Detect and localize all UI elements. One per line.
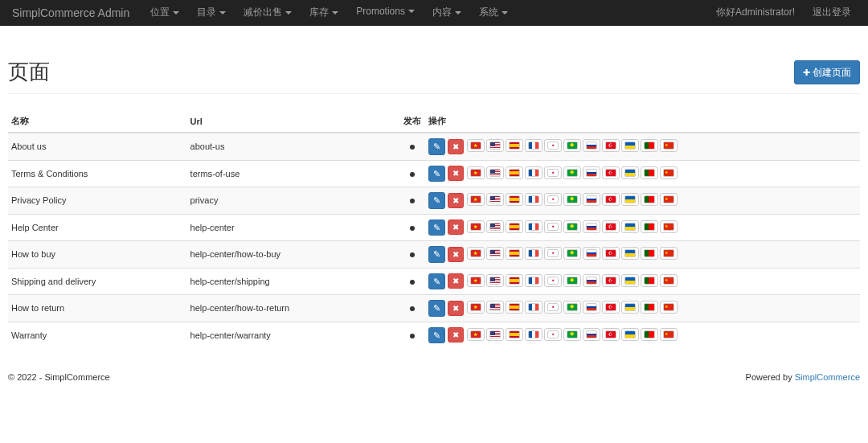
locale-flag-ru[interactable] (583, 328, 600, 341)
locale-flag-br[interactable] (563, 301, 581, 314)
locale-flag-br[interactable] (563, 193, 581, 206)
nav-item-3[interactable]: 库存 (301, 0, 347, 25)
locale-flag-us[interactable] (486, 193, 504, 206)
edit-button[interactable] (428, 273, 445, 290)
nav-item-5[interactable]: 内容 (424, 0, 470, 25)
locale-flag-fr[interactable] (525, 139, 542, 152)
edit-button[interactable] (428, 219, 445, 236)
locale-flag-br[interactable] (563, 220, 581, 233)
locale-flag-tr[interactable] (602, 193, 620, 206)
locale-flag-ru[interactable] (583, 247, 600, 260)
locale-flag-tr[interactable] (602, 301, 620, 314)
locale-flag-ru[interactable] (583, 139, 600, 152)
locale-flag-cn[interactable] (660, 301, 678, 314)
locale-flag-cn[interactable] (660, 274, 678, 287)
nav-logout[interactable]: 退出登录 (804, 0, 860, 25)
edit-button[interactable] (428, 300, 445, 317)
delete-button[interactable] (448, 327, 464, 343)
locale-flag-ru[interactable] (583, 301, 600, 314)
locale-flag-fr[interactable] (525, 247, 542, 260)
locale-flag-kr[interactable] (544, 220, 562, 233)
locale-flag-ua[interactable] (621, 301, 639, 314)
delete-button[interactable] (448, 247, 464, 262)
delete-button[interactable] (448, 139, 464, 154)
locale-flag-tr[interactable] (602, 220, 620, 233)
locale-flag-ua[interactable] (621, 328, 639, 341)
locale-flag-kr[interactable] (544, 301, 562, 314)
locale-flag-pt[interactable] (641, 193, 658, 206)
locale-flag-pt[interactable] (641, 139, 658, 152)
edit-button[interactable] (428, 166, 445, 183)
locale-flag-es[interactable] (506, 139, 523, 152)
locale-flag-vn[interactable] (467, 328, 485, 341)
locale-flag-br[interactable] (563, 166, 581, 179)
locale-flag-pt[interactable] (641, 274, 658, 287)
locale-flag-vn[interactable] (467, 301, 485, 314)
locale-flag-vn[interactable] (467, 247, 485, 260)
locale-flag-cn[interactable] (660, 193, 678, 206)
locale-flag-es[interactable] (506, 247, 523, 260)
locale-flag-cn[interactable] (660, 328, 678, 341)
edit-button[interactable] (428, 192, 445, 209)
locale-flag-vn[interactable] (467, 139, 485, 152)
locale-flag-pt[interactable] (641, 247, 658, 260)
locale-flag-ua[interactable] (621, 247, 639, 260)
locale-flag-fr[interactable] (525, 274, 542, 287)
locale-flag-fr[interactable] (525, 328, 542, 341)
nav-greeting[interactable]: 你好Administrator! (707, 0, 804, 25)
edit-button[interactable] (428, 246, 445, 263)
edit-button[interactable] (428, 327, 445, 344)
locale-flag-pt[interactable] (641, 301, 658, 314)
locale-flag-br[interactable] (563, 139, 581, 152)
delete-button[interactable] (448, 166, 464, 181)
locale-flag-pt[interactable] (641, 328, 658, 341)
locale-flag-es[interactable] (506, 166, 523, 179)
locale-flag-ru[interactable] (583, 193, 600, 206)
locale-flag-tr[interactable] (602, 328, 620, 341)
locale-flag-kr[interactable] (544, 193, 562, 206)
locale-flag-us[interactable] (486, 301, 504, 314)
nav-item-4[interactable]: Promotions (347, 0, 424, 23)
locale-flag-us[interactable] (486, 220, 504, 233)
locale-flag-br[interactable] (563, 274, 581, 287)
locale-flag-kr[interactable] (544, 166, 562, 179)
locale-flag-kr[interactable] (544, 247, 562, 260)
locale-flag-ru[interactable] (583, 166, 600, 179)
delete-button[interactable] (448, 193, 464, 208)
locale-flag-tr[interactable] (602, 139, 620, 152)
locale-flag-ua[interactable] (621, 220, 639, 233)
locale-flag-us[interactable] (486, 328, 504, 341)
locale-flag-es[interactable] (506, 274, 523, 287)
nav-item-1[interactable]: 目录 (188, 0, 235, 25)
locale-flag-kr[interactable] (544, 139, 562, 152)
nav-item-6[interactable]: 系统 (470, 0, 517, 25)
locale-flag-ru[interactable] (583, 274, 600, 287)
locale-flag-es[interactable] (506, 220, 523, 233)
nav-item-0[interactable]: 位置 (141, 0, 188, 25)
locale-flag-fr[interactable] (525, 193, 542, 206)
locale-flag-vn[interactable] (467, 274, 485, 287)
locale-flag-pt[interactable] (641, 220, 658, 233)
locale-flag-ua[interactable] (621, 274, 639, 287)
locale-flag-cn[interactable] (660, 220, 678, 233)
locale-flag-kr[interactable] (544, 328, 562, 341)
locale-flag-vn[interactable] (467, 166, 485, 179)
locale-flag-cn[interactable] (660, 247, 678, 260)
locale-flag-cn[interactable] (660, 139, 678, 152)
locale-flag-us[interactable] (486, 166, 504, 179)
locale-flag-ua[interactable] (621, 139, 639, 152)
locale-flag-vn[interactable] (467, 220, 485, 233)
locale-flag-pt[interactable] (641, 166, 658, 179)
locale-flag-ua[interactable] (621, 166, 639, 179)
locale-flag-br[interactable] (563, 328, 581, 341)
delete-button[interactable] (448, 301, 464, 316)
locale-flag-ua[interactable] (621, 193, 639, 206)
locale-flag-kr[interactable] (544, 274, 562, 287)
delete-button[interactable] (448, 273, 464, 289)
locale-flag-vn[interactable] (467, 193, 485, 206)
locale-flag-tr[interactable] (602, 247, 620, 260)
locale-flag-ru[interactable] (583, 220, 600, 233)
locale-flag-fr[interactable] (525, 166, 542, 179)
locale-flag-es[interactable] (506, 301, 523, 314)
footer-powered-link[interactable]: SimplCommerce (795, 372, 860, 382)
